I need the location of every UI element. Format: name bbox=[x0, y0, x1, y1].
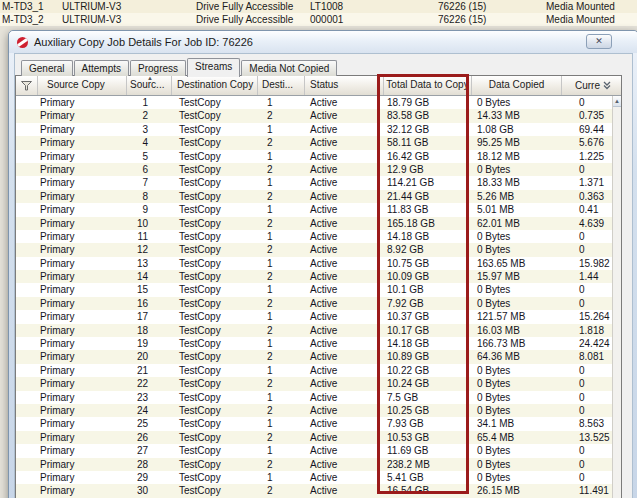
table-cell: 121.57 MB bbox=[472, 310, 562, 323]
table-cell: Active bbox=[305, 324, 384, 337]
table-cell: 2 bbox=[258, 190, 305, 203]
table-row[interactable]: Primary11TestCopy1Active14.18 GB0 Bytes0 bbox=[16, 230, 621, 243]
column-header-sourc-[interactable]: Sourc...▲ bbox=[127, 76, 172, 95]
row-gutter-cell bbox=[16, 391, 38, 404]
table-cell: 69.44 bbox=[562, 123, 612, 136]
table-row[interactable]: Primary4TestCopy2Active58.11 GB95.25 MB5… bbox=[16, 136, 621, 149]
row-gutter-cell bbox=[16, 350, 38, 363]
table-row[interactable]: Primary6TestCopy2Active12.9 GB0 Bytes0 bbox=[16, 163, 621, 176]
table-cell: Primary bbox=[38, 404, 127, 417]
table-row[interactable]: Primary9TestCopy1Active11.83 GB5.01 MB0.… bbox=[16, 203, 621, 216]
table-cell: Active bbox=[305, 364, 384, 377]
table-row[interactable]: Primary17TestCopy1Active10.37 GB121.57 M… bbox=[16, 310, 621, 323]
table-row[interactable]: Primary23TestCopy1Active7.5 GB0 Bytes0 bbox=[16, 391, 621, 404]
table-row[interactable]: Primary20TestCopy2Active10.89 GB64.36 MB… bbox=[16, 350, 621, 363]
table-cell: 0 Bytes bbox=[472, 243, 562, 256]
table-cell: 23 bbox=[127, 391, 172, 404]
table-row[interactable]: Primary25TestCopy1Active7.93 GB34.1 MB8.… bbox=[16, 417, 621, 430]
column-header-desti-[interactable]: Desti... bbox=[258, 76, 305, 95]
table-row[interactable]: Primary2TestCopy2Active83.58 GB14.33 MB0… bbox=[16, 109, 621, 122]
drive-cell: ULTRIUM-V3 bbox=[62, 13, 121, 26]
table-cell: Active bbox=[305, 176, 384, 189]
table-cell: Active bbox=[305, 310, 384, 323]
table-row[interactable]: Primary10TestCopy2Active165.18 GB62.01 M… bbox=[16, 217, 621, 230]
column-header-source-copy[interactable]: Source Copy bbox=[38, 76, 127, 95]
table-row[interactable]: Primary27TestCopy1Active11.69 GB0 Bytes0 bbox=[16, 444, 621, 457]
table-row[interactable]: Primary29TestCopy1Active5.41 GB0 Bytes0 bbox=[16, 471, 621, 484]
table-cell: 13.525 bbox=[562, 431, 612, 444]
vertical-scrollbar[interactable]: ▲ bbox=[612, 96, 621, 498]
table-row[interactable]: Primary15TestCopy1Active10.1 GB0 Bytes0 bbox=[16, 283, 621, 296]
table-cell: 2 bbox=[258, 458, 305, 471]
table-row[interactable]: Primary12TestCopy2Active8.92 GB0 Bytes0 bbox=[16, 243, 621, 256]
dialog-titlebar[interactable]: Auxiliary Copy Job Details For Job ID: 7… bbox=[9, 31, 637, 53]
table-cell: 0 Bytes bbox=[472, 230, 562, 243]
table-row[interactable]: Primary14TestCopy2Active10.09 GB15.97 MB… bbox=[16, 270, 621, 283]
column-header-label: Desti... bbox=[262, 79, 293, 90]
table-cell: Active bbox=[305, 217, 384, 230]
column-header-total-data-to-copy[interactable]: Total Data to Copy bbox=[384, 76, 472, 95]
column-header-status[interactable]: Status bbox=[305, 76, 384, 95]
scroll-up-button[interactable]: ▲ bbox=[613, 96, 621, 107]
table-cell: 11.69 GB bbox=[384, 444, 472, 457]
table-row[interactable]: Primary19TestCopy1Active14.18 GB166.73 M… bbox=[16, 337, 621, 350]
table-cell: 114.21 GB bbox=[384, 176, 472, 189]
table-row[interactable]: Primary18TestCopy2Active10.17 GB16.03 MB… bbox=[16, 324, 621, 337]
drive-cell: 76226 (15) bbox=[438, 0, 486, 13]
table-row[interactable]: Primary21TestCopy1Active10.22 GB0 Bytes0 bbox=[16, 364, 621, 377]
table-row[interactable]: Primary3TestCopy1Active32.12 GB1.08 GB69… bbox=[16, 123, 621, 136]
background-drive-table: M-TD3_1ULTRIUM-V3Drive Fully AccessibleL… bbox=[0, 0, 637, 30]
table-cell: Active bbox=[305, 484, 384, 497]
table-cell: 7.5 GB bbox=[384, 391, 472, 404]
table-cell: 0 bbox=[562, 391, 612, 404]
table-cell: TestCopy bbox=[172, 163, 258, 176]
table-row[interactable]: Primary24TestCopy2Active10.25 GB0 Bytes0 bbox=[16, 404, 621, 417]
table-row[interactable]: Primary7TestCopy1Active114.21 GB18.33 MB… bbox=[16, 176, 621, 189]
table-cell: 1 bbox=[258, 310, 305, 323]
table-cell: TestCopy bbox=[172, 350, 258, 363]
table-cell: 26 bbox=[127, 431, 172, 444]
tab-streams[interactable]: Streams bbox=[187, 58, 240, 77]
table-cell: 10.53 GB bbox=[384, 431, 472, 444]
column-header-curre[interactable]: Curre bbox=[562, 76, 612, 95]
tab-progress[interactable]: Progress bbox=[130, 60, 186, 76]
table-row[interactable]: Primary28TestCopy2Active238.2 MB0 Bytes0 bbox=[16, 458, 621, 471]
column-header-destination-copy[interactable]: Destination Copy bbox=[172, 76, 258, 95]
table-cell: 2 bbox=[258, 109, 305, 122]
table-row[interactable]: Primary16TestCopy2Active7.92 GB0 Bytes0 bbox=[16, 297, 621, 310]
table-row[interactable]: Primary5TestCopy1Active16.42 GB18.12 MB1… bbox=[16, 150, 621, 163]
table-cell: TestCopy bbox=[172, 324, 258, 337]
column-header-label: Destination Copy bbox=[177, 79, 253, 90]
table-row[interactable]: Primary22TestCopy2Active10.24 GB0 Bytes0 bbox=[16, 377, 621, 390]
table-row[interactable]: Primary30TestCopy2Active16.54 GB26.15 MB… bbox=[16, 484, 621, 497]
tab-attempts[interactable]: Attempts bbox=[74, 60, 129, 76]
table-cell: 1.371 bbox=[562, 176, 612, 189]
drive-cell: 76226 (15) bbox=[438, 13, 486, 26]
table-row[interactable]: Primary1TestCopy1Active18.79 GB0 Bytes0 bbox=[16, 96, 621, 109]
tab-general[interactable]: General bbox=[21, 60, 73, 76]
table-cell: 10.89 GB bbox=[384, 350, 472, 363]
table-cell: 7.92 GB bbox=[384, 297, 472, 310]
table-cell: 1.225 bbox=[562, 150, 612, 163]
table-cell: 0 Bytes bbox=[472, 96, 562, 109]
table-cell: Primary bbox=[38, 123, 127, 136]
table-cell: 14 bbox=[127, 270, 172, 283]
table-cell: TestCopy bbox=[172, 471, 258, 484]
table-row[interactable]: Primary26TestCopy2Active10.53 GB65.4 MB1… bbox=[16, 431, 621, 444]
column-header-data-copied[interactable]: Data Copied bbox=[472, 76, 562, 95]
table-cell: 2 bbox=[258, 243, 305, 256]
table-row[interactable]: Primary8TestCopy2Active21.44 GB5.26 MB0.… bbox=[16, 190, 621, 203]
close-button[interactable]: ✕ bbox=[586, 34, 612, 49]
row-gutter-cell bbox=[16, 136, 38, 149]
table-cell: 163.65 MB bbox=[472, 257, 562, 270]
table-cell: TestCopy bbox=[172, 243, 258, 256]
table-cell: Primary bbox=[38, 190, 127, 203]
table-row[interactable]: Primary13TestCopy1Active10.75 GB163.65 M… bbox=[16, 257, 621, 270]
column-chooser-icon[interactable] bbox=[602, 80, 611, 92]
table-cell: 0 bbox=[562, 230, 612, 243]
tab-media-not-copied[interactable]: Media Not Copied bbox=[241, 60, 337, 76]
filter-button[interactable] bbox=[16, 76, 38, 95]
row-gutter-cell bbox=[16, 257, 38, 270]
table-cell: 5.01 MB bbox=[472, 203, 562, 216]
aux-copy-job-details-dialog: Auxiliary Copy Job Details For Job ID: 7… bbox=[8, 30, 637, 498]
